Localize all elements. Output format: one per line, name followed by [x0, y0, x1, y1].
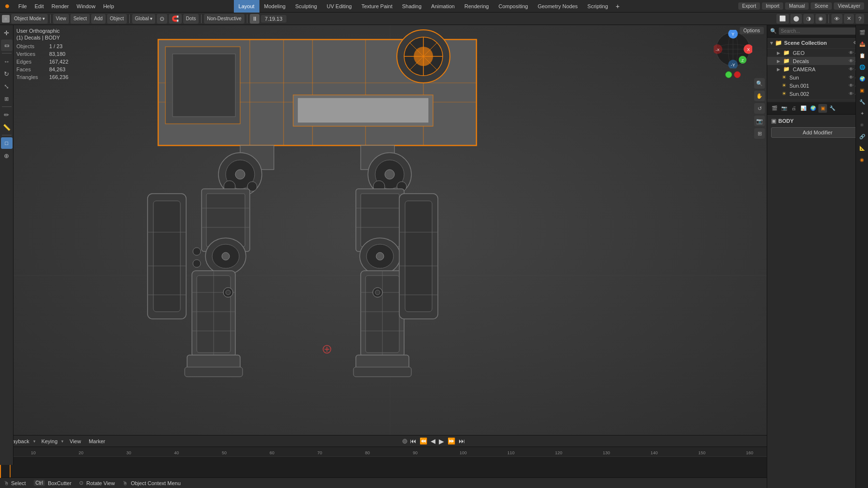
- workspace-animation[interactable]: Animation: [426, 0, 460, 13]
- select-box-btn[interactable]: ▭: [1, 40, 13, 51]
- menu-help[interactable]: Help: [99, 0, 118, 12]
- camera-vis-eye[interactable]: 👁: [849, 66, 854, 72]
- sun001-vis-eye[interactable]: 👁: [849, 83, 854, 88]
- collection-item-decals[interactable]: ▶ 📁 Decals 👁 ✓ 📷: [767, 57, 868, 65]
- physics-prop-icon[interactable]: ⚛: [857, 119, 868, 130]
- gizmo-view-indicator[interactable]: [725, 71, 732, 78]
- workspace-shading[interactable]: Shading: [397, 0, 426, 13]
- scene-selector[interactable]: Scene: [811, 2, 832, 10]
- menu-file[interactable]: File: [14, 0, 31, 12]
- cursor-tool-btn[interactable]: ✛: [1, 27, 13, 39]
- annotate-btn[interactable]: ✏: [1, 109, 13, 120]
- object-props-icon[interactable]: ▣: [818, 104, 827, 113]
- collection-item-sun001[interactable]: ☀ Sun.001 👁 ✓ 📷: [767, 81, 868, 90]
- workspace-scripting[interactable]: Scripting: [583, 0, 613, 13]
- workspace-rendering[interactable]: Rendering: [460, 0, 494, 13]
- solid-shading-btn[interactable]: ⬤: [790, 14, 802, 24]
- decals-expand-icon[interactable]: ▶: [777, 59, 780, 64]
- wireframe-shading-btn[interactable]: ⬜: [776, 14, 789, 24]
- viewport-gizmo[interactable]: Y X Z -Y -X: [714, 30, 752, 68]
- view-layer-selector[interactable]: ViewLayer: [834, 2, 864, 10]
- collection-item-geo[interactable]: ▶ 📁 GEO 👁 ✓ 📷: [767, 49, 868, 57]
- proportional-editing-btn[interactable]: Non-Destructive: [204, 14, 244, 24]
- view-layer-props-icon[interactable]: 📊: [799, 104, 808, 113]
- modifier-prop-icon[interactable]: 🔧: [857, 96, 868, 107]
- workspace-compositing[interactable]: Compositing: [494, 0, 533, 13]
- data-prop-icon[interactable]: 📐: [857, 143, 868, 153]
- view-layer-icon[interactable]: 📋: [857, 50, 868, 61]
- collection-item-camera[interactable]: ▶ 📁 CAMERA 👁 ✓ 📷: [767, 65, 868, 73]
- step-forward-btn[interactable]: ⏩: [447, 437, 456, 445]
- rotate-tool-btn[interactable]: ↻: [1, 68, 13, 79]
- modifier-props-icon[interactable]: 🔧: [828, 104, 837, 113]
- camera-expand-icon[interactable]: ▶: [777, 67, 780, 72]
- workspace-add[interactable]: +: [613, 0, 623, 13]
- add-modifier-button[interactable]: Add Modifier: [771, 127, 864, 138]
- decals-vis-eye[interactable]: 👁: [849, 58, 854, 64]
- import-btn[interactable]: Import: [762, 2, 783, 10]
- zoom-icon[interactable]: 🔍: [754, 78, 765, 89]
- timeline-body[interactable]: 10 20 30 40 50 60 70 80 90 100 110 120 1…: [0, 447, 868, 478]
- jump-start-btn[interactable]: ⏮: [409, 437, 417, 445]
- export-btn[interactable]: Export: [738, 2, 760, 10]
- scene-prop-icon[interactable]: 🌐: [857, 62, 868, 72]
- sun-vis-eye[interactable]: 👁: [849, 75, 854, 80]
- add-menu-btn[interactable]: Add: [91, 14, 106, 24]
- marker-menu[interactable]: Marker: [85, 435, 109, 447]
- keying-dropdown[interactable]: ▾: [61, 439, 64, 444]
- workspace-texture-paint[interactable]: Texture Paint: [356, 0, 397, 13]
- menu-window[interactable]: Window: [73, 0, 99, 12]
- collection-item-sun[interactable]: ☀ Sun 👁 ✓ 📷: [767, 73, 868, 81]
- constraints-prop-icon[interactable]: 🔗: [857, 131, 868, 142]
- snap-toggle[interactable]: 🧲: [169, 14, 182, 24]
- workspace-layout[interactable]: Layout: [234, 0, 259, 13]
- transform-selector[interactable]: Global▾: [132, 14, 155, 24]
- collection-expand-icon[interactable]: ▾: [770, 40, 773, 46]
- sun002-vis-eye[interactable]: 👁: [849, 91, 854, 96]
- overlay-toggle[interactable]: 👁: [831, 14, 842, 24]
- render-props-icon[interactable]: 📷: [780, 104, 788, 113]
- scene-search-input[interactable]: [779, 27, 858, 35]
- proportional-selector[interactable]: Dots: [183, 14, 199, 24]
- camera-perspective-icon[interactable]: 📷: [754, 116, 765, 126]
- playback-dropdown[interactable]: ▾: [33, 439, 36, 444]
- collection-item-sun002[interactable]: ☀ Sun.002 👁 ✓ 📷: [767, 90, 868, 98]
- measure-btn[interactable]: 📏: [1, 121, 13, 133]
- object-mode-selector[interactable]: Object Mode ▾: [11, 14, 48, 24]
- play-backward-btn[interactable]: ◀: [430, 437, 436, 445]
- manual-btn[interactable]: Manual: [785, 2, 809, 10]
- menu-render[interactable]: Render: [48, 0, 73, 12]
- object-menu-btn[interactable]: Object: [107, 14, 127, 24]
- world-props-icon[interactable]: 🌍: [809, 104, 817, 113]
- pan-icon[interactable]: ✋: [754, 91, 765, 101]
- grid-view-icon[interactable]: ⊞: [754, 128, 765, 139]
- gizmo-red-dot[interactable]: [734, 71, 741, 78]
- view-menu-btn[interactable]: View: [53, 14, 69, 24]
- transform-tool-btn[interactable]: ⊞: [1, 93, 13, 105]
- geo-expand-icon[interactable]: ▶: [777, 51, 780, 55]
- header-pause-btn[interactable]: ⏸: [250, 14, 259, 24]
- play-forward-btn[interactable]: ▶: [438, 437, 445, 445]
- particles-prop-icon[interactable]: ✦: [857, 108, 868, 119]
- output-prop-icon[interactable]: 📤: [857, 39, 868, 49]
- add-cube-btn[interactable]: □: [1, 137, 13, 149]
- geo-vis-eye[interactable]: 👁: [849, 50, 854, 55]
- render-shading-btn[interactable]: ◉: [815, 14, 826, 24]
- scale-tool-btn[interactable]: ⤡: [1, 80, 13, 92]
- workspace-uv-editing[interactable]: UV Editing: [322, 0, 357, 13]
- output-props-icon[interactable]: 🖨: [789, 104, 798, 113]
- view-menu-tl[interactable]: View: [66, 435, 85, 447]
- viewport[interactable]: User Orthographic (1) Decals | BODY Obje…: [14, 25, 767, 435]
- help-btn[interactable]: ?: [855, 14, 864, 24]
- pivot-selector[interactable]: ⊙: [157, 14, 167, 24]
- add-empty-btn[interactable]: ⊕: [1, 150, 13, 161]
- workspace-sculpting[interactable]: Sculpting: [290, 0, 322, 13]
- timeline-frame-area[interactable]: [0, 457, 868, 478]
- orbit-icon[interactable]: ↺: [754, 103, 765, 114]
- world-prop-icon[interactable]: 🌍: [857, 73, 868, 84]
- material-prop-icon[interactable]: ◉: [857, 154, 868, 165]
- workspace-modeling[interactable]: Modeling: [259, 0, 291, 13]
- jump-end-btn[interactable]: ⏭: [458, 437, 466, 445]
- move-tool-btn[interactable]: ↔: [1, 55, 13, 67]
- blender-logo[interactable]: ●: [0, 0, 14, 13]
